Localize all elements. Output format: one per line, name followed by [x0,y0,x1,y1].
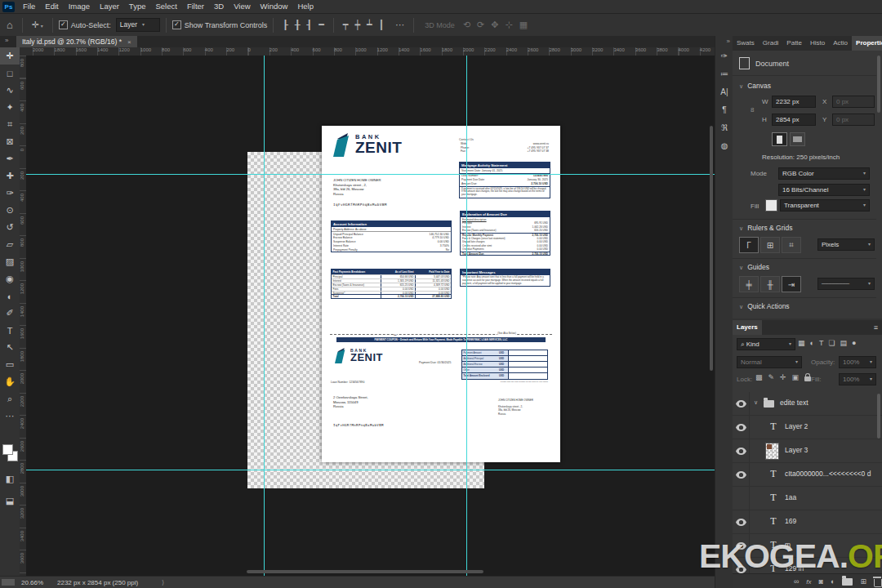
visibility-toggle[interactable] [733,487,750,510]
brush-settings-icon[interactable]: ✑ [715,47,733,65]
menu-file[interactable]: File [18,0,40,13]
fill-opacity-field[interactable]: 100%▾ [839,373,876,385]
orbit-3d-icon[interactable]: ▦ [519,20,528,29]
layers-scrollbar[interactable] [877,394,880,439]
width-field[interactable]: 2232 px [772,96,816,108]
menu-image[interactable]: Image [64,0,95,13]
opacity-field[interactable]: 100%▾ [839,356,876,368]
layer-filter-icon[interactable]: T [819,339,824,347]
lasso-tool[interactable]: ∿ [0,82,20,99]
move-tool-icon[interactable]: ✛ ▾ [32,20,43,30]
layers-menu-icon[interactable]: ≡ [874,323,878,332]
fill-swatch[interactable] [765,199,777,212]
layer-filter-dropdown[interactable]: ⌕ Kind▾ [737,338,795,350]
auto-select-target-dropdown[interactable]: Layer▾ [116,18,160,32]
toggle-pixel-grid-button[interactable]: ⌗ [782,237,801,253]
visibility-toggle[interactable] [733,510,750,533]
type-tool[interactable]: T [0,322,20,339]
tool-presets-icon[interactable]: ≔ [715,65,733,82]
tab-histo[interactable]: Histo [806,36,829,51]
quick-selection-tool[interactable]: ✦ [0,99,20,116]
hand-tool[interactable]: ✋ [0,373,20,390]
menu-window[interactable]: Window [256,0,293,13]
landscape-orientation-button[interactable] [790,132,805,146]
horizontal-guide[interactable] [26,470,715,470]
status-chevron[interactable]: ⟩ [162,579,164,586]
tab-actio[interactable]: Actio [829,36,852,51]
blur-tool[interactable]: ◉ [0,270,20,287]
show-transform-checkbox[interactable]: ✓ [172,20,181,29]
group-expand-chevron[interactable]: ∨ [754,399,758,406]
orbit-3d-icon[interactable]: ⟲ [463,20,470,29]
orbit-3d-icon[interactable]: ⊹ [506,20,513,29]
visibility-toggle[interactable] [733,392,750,415]
new-layer-icon[interactable]: ⊞ [860,577,866,586]
layer-filter-icon[interactable]: ❏ [828,339,835,347]
screen-mode-icon[interactable]: ⬓ [0,492,20,510]
toggle-smart-guides-button[interactable]: ╫ [760,276,780,292]
lock-all-icon[interactable] [804,376,811,381]
layer-row[interactable]: ∨edite text [733,392,882,416]
layer-thumbnail[interactable] [765,443,779,460]
pen-tool[interactable]: ✐ [0,305,20,322]
delete-layer-icon[interactable] [874,579,882,587]
move-tool[interactable]: ✛ [0,47,20,65]
toggle-rulers-button[interactable]: Γ [739,237,759,253]
menu-filter[interactable]: Filter [182,0,209,13]
layer-mask-icon[interactable]: ◙ [819,577,823,586]
coupon-field-input[interactable] [508,362,547,367]
dodge-tool[interactable]: ◐ [0,287,20,305]
align-icon[interactable]: ━ [318,20,324,29]
menu-3d[interactable]: 3D [209,0,229,13]
brush-tool[interactable]: ✑ [0,185,20,202]
paragraph-panel-icon[interactable]: ¶ [715,100,733,118]
tab-overflow-chevron[interactable]: » [5,37,8,44]
edit-guides-button[interactable]: ⇥ [782,276,801,292]
align-icon[interactable]: ╂ [295,20,301,29]
foreground-color-swatch[interactable] [2,444,13,455]
bit-depth-dropdown[interactable]: 16 Bits/Channel▾ [778,184,870,196]
toggle-grid-button[interactable]: ⊞ [760,237,780,253]
more-options-icon[interactable]: ⋯ [395,20,404,30]
close-tab-icon[interactable]: × [127,38,131,46]
lock-icon[interactable]: ▩ [755,373,763,381]
align-icon[interactable]: ┠ [283,20,288,29]
orbit-3d-icon[interactable]: ⟳ [477,20,484,29]
lock-icon[interactable]: ✎ [768,373,775,381]
link-layers-icon[interactable]: ∞ [794,577,799,586]
collapse-panels-chevron[interactable]: » [715,36,733,47]
new-group-icon[interactable] [842,578,853,586]
properties-scrollbar[interactable] [877,56,880,113]
home-icon[interactable]: ⌂ [7,19,13,31]
ruler-units-dropdown[interactable]: Pixels▾ [817,238,875,251]
healing-brush-tool[interactable]: ✚ [0,167,20,185]
tab-properties[interactable]: Properties [852,36,882,51]
distribute-icon[interactable]: ┷ [367,20,372,29]
quick-mask-icon[interactable]: ◧ [0,470,20,488]
tab-layers[interactable]: Layers [733,320,762,335]
adjustment-layer-icon[interactable]: ◐ [831,577,835,586]
crop-tool[interactable]: ⌗ [0,116,20,133]
horizontal-scrollbar[interactable] [247,570,483,573]
layer-row[interactable]: T169 [733,510,882,534]
clone-stamp-tool[interactable]: ⊙ [0,202,20,219]
horizontal-guide[interactable] [26,174,715,175]
fill-dropdown[interactable]: Transparent▾ [780,199,870,212]
visibility-toggle[interactable] [733,416,750,439]
eyedropper-tool[interactable]: ✒ [0,150,20,167]
document-tab[interactable]: Italy id.psd @ 20.7% (RGB/16) * × [16,36,137,47]
layer-filter-icon[interactable]: ◐ [810,339,814,347]
distribute-icon[interactable]: ┃ [379,20,385,29]
guide-style-dropdown[interactable]: ────────▾ [817,278,875,290]
distribute-icon[interactable]: ┯ [343,20,349,29]
coupon-field-input[interactable] [508,368,547,372]
coupon-field-input[interactable] [508,350,547,355]
layer-row[interactable]: T1aa [733,487,882,510]
section-canvas[interactable]: ∨Canvas [739,82,771,90]
align-icon[interactable]: ┨ [307,20,313,29]
path-selection-tool[interactable]: ↖ [0,339,20,356]
menu-edit[interactable]: Edit [40,0,63,13]
more-tools[interactable]: ⋯ [0,408,20,425]
layer-row[interactable]: TLayer 2 [733,416,882,439]
visibility-toggle[interactable] [733,463,750,486]
